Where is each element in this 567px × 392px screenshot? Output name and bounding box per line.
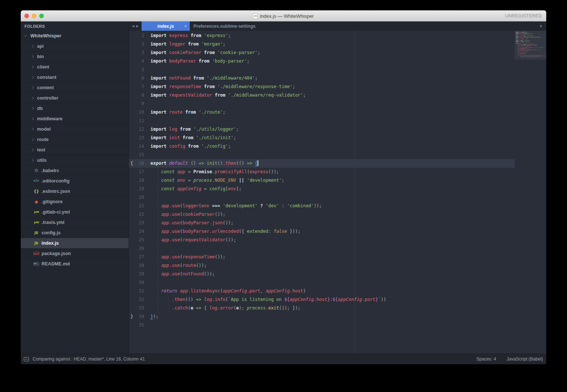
- file-label: README.md: [42, 261, 70, 267]
- code-line-33[interactable]: 33 .catch(e => { log.error(e); process.e…: [129, 304, 515, 312]
- tree-folder-test[interactable]: test: [21, 145, 129, 155]
- tree-file-index.js[interactable]: JSindex.js: [21, 238, 129, 248]
- tree-file-.editorconfig[interactable]: </>.editorconfig: [21, 176, 129, 186]
- tree-folder-constant[interactable]: constant: [21, 72, 129, 83]
- tree-file-README.md[interactable]: M↓README.md: [21, 259, 129, 269]
- tab-overflow-icon[interactable]: ▼: [539, 21, 543, 31]
- line-number: 13: [135, 134, 144, 142]
- code-line-5[interactable]: 5: [129, 66, 515, 74]
- code-line-21[interactable]: 21 app.use(logger(env === 'development' …: [129, 202, 515, 210]
- file-label: config.js: [42, 230, 60, 235]
- tab-preferences-sublime-settings[interactable]: Preferences.sublime-settings: [190, 21, 262, 31]
- close-window-button[interactable]: [24, 14, 29, 18]
- line-text: import init from './utils/init';: [150, 134, 515, 142]
- code-line-29[interactable]: 29 app.use(notFound());: [129, 270, 515, 278]
- minimize-window-button[interactable]: [32, 14, 36, 18]
- code-line-18[interactable]: 18 const env = process.NODE_ENV || 'deve…: [129, 176, 515, 185]
- tree-folder-utils[interactable]: utils: [21, 155, 129, 165]
- file-label: .gitignore: [42, 199, 63, 204]
- tree-file-.gitignore[interactable]: ◆.gitignore: [21, 197, 129, 207]
- code-line-31[interactable]: 31 return app.listenAsync(appConfig.port…: [129, 287, 515, 295]
- tree-folder-model[interactable]: model: [21, 124, 129, 134]
- desktop-background: JS index.js — WhiteWhisper UNREGISTERED …: [0, 0, 567, 392]
- code-line-1[interactable]: 1import express from 'express';: [129, 31, 515, 40]
- line-text: const app = Promise.promisifyAll(express…: [150, 168, 515, 176]
- gutter-spacer: [129, 176, 135, 185]
- code-line-9[interactable]: 9: [129, 100, 515, 108]
- tree-folder-client[interactable]: client: [21, 62, 129, 72]
- code-line-13[interactable]: 13import init from './utils/init';: [129, 134, 515, 142]
- line-text: app.use(requestValidator());: [150, 236, 515, 244]
- tree-file-.travis.yml[interactable]: ym.travis.yml: [21, 217, 129, 228]
- minimap[interactable]: import express from 'express';import log…: [515, 31, 546, 354]
- line-text: [150, 151, 515, 159]
- code-line-7[interactable]: 7import responseTime from './middleware/…: [129, 83, 515, 91]
- code-line-3[interactable]: 3import cookieParser from 'cookie-parser…: [129, 48, 515, 57]
- tab-back-icon[interactable]: ◀: [132, 24, 134, 28]
- line-number: 1: [135, 31, 144, 40]
- tree-folder-bin[interactable]: bin: [21, 51, 129, 62]
- code-line-28[interactable]: 28 app.use(route());: [129, 261, 515, 270]
- zoom-window-button[interactable]: [39, 14, 44, 18]
- code-line-20[interactable]: 20: [129, 193, 515, 202]
- code-line-19[interactable]: 19 const appConfig = config[env];: [129, 185, 515, 193]
- line-number: 12: [135, 125, 144, 134]
- code-line-14[interactable]: 14import config from './config';: [129, 142, 515, 151]
- tree-folder-route[interactable]: route: [21, 134, 129, 145]
- gutter-spacer: [129, 261, 135, 270]
- code-editor[interactable]: 1import express from 'express';2import l…: [129, 31, 546, 354]
- code-line-35[interactable]: 35: [129, 321, 515, 329]
- code-line-6[interactable]: 6import notFound from './middleware/404'…: [129, 74, 515, 83]
- code-line-12[interactable]: 12import log from './utils/logger';: [129, 125, 515, 134]
- folder-label: bin: [37, 54, 44, 59]
- gutter-spacer: [129, 202, 135, 210]
- code-line-15[interactable]: 15: [129, 151, 515, 159]
- git-status-text: Comparing against : HEAD, master*, Line …: [33, 356, 145, 362]
- code-line-26[interactable]: 26: [129, 244, 515, 253]
- code-line-27[interactable]: 27 app.use(responseTime());: [129, 253, 515, 261]
- line-text: import log from './utils/logger';: [150, 125, 515, 134]
- sidebar: FOLDERS WhiteWhisperapibinclientconstant…: [21, 21, 129, 354]
- folder-label: model: [37, 127, 51, 132]
- syntax-setting[interactable]: JavaScript (Babel): [507, 356, 543, 362]
- code-line-23[interactable]: 23 app.use(bodyParser.json());: [129, 219, 515, 227]
- line-number: 4: [135, 57, 144, 66]
- code-line-30[interactable]: 30: [129, 278, 515, 287]
- status-bar: Comparing against : HEAD, master*, Line …: [21, 354, 546, 364]
- code-line-11[interactable]: 11: [129, 117, 515, 125]
- tree-file-package.json[interactable]: npmpackage.json: [21, 248, 129, 259]
- code-line-8[interactable]: 8import requestValidator from './middlew…: [129, 91, 515, 100]
- code-line-32[interactable]: 32 .then(() => log.info(`App is listenin…: [129, 295, 515, 304]
- chevron-down-icon: [24, 34, 27, 37]
- tree-folder-controller[interactable]: controller: [21, 93, 129, 103]
- tree-folder-db[interactable]: db: [21, 103, 129, 114]
- tree-folder-api[interactable]: api: [21, 41, 129, 51]
- code-line-17[interactable]: 17 const app = Promise.promisifyAll(expr…: [129, 168, 515, 176]
- tree-folder-middleware[interactable]: middleware: [21, 114, 129, 124]
- tree-file-.gitlab-ci.yml[interactable]: ym.gitlab-ci.yml: [21, 207, 129, 217]
- yaml-icon: ym: [33, 221, 39, 224]
- indentation-setting[interactable]: Spaces: 4: [477, 356, 496, 362]
- code-line-10[interactable]: 10import route from './route';: [129, 108, 515, 117]
- tree-file-.babelrc[interactable]: ⚙.babelrc: [21, 165, 129, 176]
- tab-close-icon[interactable]: ×: [184, 24, 187, 29]
- minimap-viewport[interactable]: [515, 31, 546, 60]
- tree-file-config.js[interactable]: JSconfig.js: [21, 228, 129, 238]
- code-line-25[interactable]: 25 app.use(requestValidator());: [129, 236, 515, 244]
- line-text: .catch(e => { log.error(e); process.exit…: [150, 304, 515, 312]
- tab-forward-icon[interactable]: ▶: [136, 24, 139, 28]
- code-line-4[interactable]: 4import bodyParser from 'body-parser';: [129, 57, 515, 66]
- tab-index-js[interactable]: index.js×: [142, 21, 190, 31]
- tree-folder-content[interactable]: content: [21, 83, 129, 93]
- folder-label: utils: [37, 158, 47, 163]
- code-line-2[interactable]: 2import logger from 'morgan';: [129, 40, 515, 48]
- code-line-16[interactable]: {16export default () => init().then(() =…: [129, 159, 515, 168]
- code-line-24[interactable]: 24 app.use(bodyParser.urlencoded({ exten…: [129, 227, 515, 236]
- js-icon: JS: [33, 231, 39, 235]
- tree-root-whitewhisper[interactable]: WhiteWhisper: [21, 31, 129, 41]
- tree-file-.eslintrc.json[interactable]: {}.eslintrc.json: [21, 186, 129, 197]
- file-label: .eslintrc.json: [42, 189, 70, 194]
- editor-column: ◀ ▶ index.js×Preferences.sublime-setting…: [129, 21, 546, 354]
- code-line-34[interactable]: }34});: [129, 312, 515, 321]
- code-line-22[interactable]: 22 app.use(cookieParser());: [129, 210, 515, 219]
